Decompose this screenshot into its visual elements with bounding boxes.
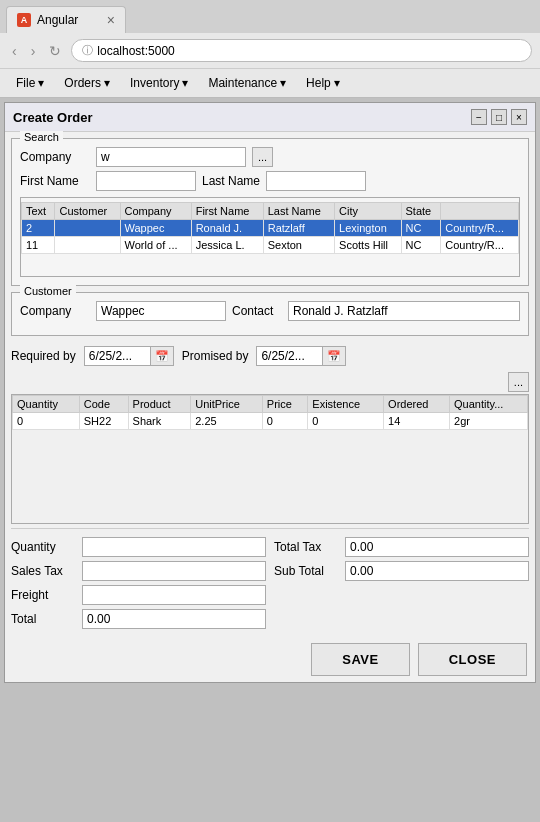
- customer-company-input[interactable]: [96, 301, 226, 321]
- customer-company-label: Company: [20, 304, 90, 318]
- col-product: Product: [128, 396, 191, 413]
- col-firstname: First Name: [191, 203, 263, 220]
- required-by-calendar-button[interactable]: 📅: [150, 347, 173, 365]
- total-tax-label: Total Tax: [274, 540, 339, 554]
- cell-extra: Country/R...: [441, 220, 519, 237]
- close-button[interactable]: CLOSE: [418, 643, 527, 676]
- minimize-button[interactable]: −: [471, 109, 487, 125]
- browser-tab[interactable]: A Angular ×: [6, 6, 126, 33]
- menu-bar: File ▾ Orders ▾ Inventory ▾ Maintenance …: [0, 68, 540, 97]
- cell-company: Wappec: [120, 220, 191, 237]
- address-input-container[interactable]: ⓘ localhost:5000: [71, 39, 532, 62]
- item-quantity-extra: 2gr: [450, 413, 528, 430]
- customer-section-label: Customer: [20, 285, 76, 297]
- order-items-container[interactable]: Quantity Code Product UnitPrice Price Ex…: [11, 394, 529, 524]
- total-tax-input[interactable]: [345, 537, 529, 557]
- promised-by-date[interactable]: 📅: [256, 346, 346, 366]
- menu-help[interactable]: Help ▾: [298, 73, 348, 93]
- customer-row: Company Contact: [20, 301, 520, 321]
- sales-tax-row: Sales Tax: [11, 561, 266, 581]
- company-row: Company ...: [20, 147, 520, 167]
- col-ordered: Ordered: [384, 396, 450, 413]
- totals-right: Total Tax Sub Total: [274, 537, 529, 633]
- search-results-container[interactable]: Text Customer Company First Name Last Na…: [20, 197, 520, 277]
- cell-state: NC: [401, 237, 441, 254]
- dialog-footer: SAVE CLOSE: [5, 637, 535, 682]
- dates-row: Required by 📅 Promised by 📅: [5, 342, 535, 370]
- total-label: Total: [11, 612, 76, 626]
- col-code: Code: [79, 396, 128, 413]
- forward-button[interactable]: ›: [27, 41, 40, 61]
- menu-inventory[interactable]: Inventory ▾: [122, 73, 196, 93]
- dialog-controls: − □ ×: [471, 109, 527, 125]
- totals-section: Quantity Sales Tax Freight Total Total T…: [5, 533, 535, 637]
- quantity-input[interactable]: [82, 537, 266, 557]
- company-label: Company: [20, 150, 90, 164]
- tab-label: Angular: [37, 13, 78, 27]
- item-quantity: 0: [13, 413, 80, 430]
- close-dialog-button[interactable]: ×: [511, 109, 527, 125]
- col-customer: Customer: [55, 203, 120, 220]
- sub-total-input[interactable]: [345, 561, 529, 581]
- item-product: Shark: [128, 413, 191, 430]
- sales-tax-input[interactable]: [82, 561, 266, 581]
- customer-section: Customer Company Contact: [11, 292, 529, 336]
- col-unitprice: UnitPrice: [191, 396, 263, 413]
- freight-row: Freight: [11, 585, 266, 605]
- col-city: City: [335, 203, 401, 220]
- address-text: localhost:5000: [97, 44, 174, 58]
- company-search-button[interactable]: ...: [252, 147, 273, 167]
- item-ordered: 14: [384, 413, 450, 430]
- item-existence: 0: [308, 413, 384, 430]
- search-section-label: Search: [20, 131, 63, 143]
- cell-firstname: Jessica L.: [191, 237, 263, 254]
- table-row[interactable]: 11 World of ... Jessica L. Sexton Scotts…: [22, 237, 519, 254]
- total-row: Total: [11, 609, 266, 629]
- tab-bar: A Angular ×: [0, 0, 540, 33]
- col-state: State: [401, 203, 441, 220]
- quantity-row: Quantity: [11, 537, 266, 557]
- required-by-input[interactable]: [85, 347, 150, 365]
- tab-close-button[interactable]: ×: [107, 12, 115, 28]
- required-by-date[interactable]: 📅: [84, 346, 174, 366]
- total-input[interactable]: [82, 609, 266, 629]
- item-unitprice: 2.25: [191, 413, 263, 430]
- menu-orders[interactable]: Orders ▾: [56, 73, 118, 93]
- reload-button[interactable]: ↻: [45, 41, 65, 61]
- contact-label: Contact: [232, 304, 282, 318]
- total-tax-row: Total Tax: [274, 537, 529, 557]
- first-name-input[interactable]: [96, 171, 196, 191]
- promised-by-calendar-button[interactable]: 📅: [322, 347, 345, 365]
- cell-state: NC: [401, 220, 441, 237]
- item-code: SH22: [79, 413, 128, 430]
- menu-file[interactable]: File ▾: [8, 73, 52, 93]
- add-item-button[interactable]: ...: [508, 372, 529, 392]
- table-row[interactable]: 2 Wappec Ronald J. Ratzlaff Lexington NC…: [22, 220, 519, 237]
- required-by-label: Required by: [11, 349, 76, 363]
- freight-input[interactable]: [82, 585, 266, 605]
- name-row: First Name Last Name: [20, 171, 520, 191]
- company-input[interactable]: [96, 147, 246, 167]
- promised-by-input[interactable]: [257, 347, 322, 365]
- maximize-button[interactable]: □: [491, 109, 507, 125]
- search-results-table: Text Customer Company First Name Last Na…: [21, 202, 519, 254]
- last-name-input[interactable]: [266, 171, 366, 191]
- order-items-table: Quantity Code Product UnitPrice Price Ex…: [12, 395, 528, 430]
- col-existence: Existence: [308, 396, 384, 413]
- cell-firstname: Ronald J.: [191, 220, 263, 237]
- menu-maintenance[interactable]: Maintenance ▾: [200, 73, 294, 93]
- search-section: Search Company ... First Name Last Name …: [11, 138, 529, 286]
- contact-input[interactable]: [288, 301, 520, 321]
- quantity-label: Quantity: [11, 540, 76, 554]
- dialog-title: Create Order: [13, 110, 92, 125]
- cell-customer: [55, 220, 120, 237]
- sub-total-label: Sub Total: [274, 564, 339, 578]
- promised-by-label: Promised by: [182, 349, 249, 363]
- tab-favicon: A: [17, 13, 31, 27]
- create-order-dialog: Create Order − □ × Search Company ... Fi…: [4, 102, 536, 683]
- sub-total-row: Sub Total: [274, 561, 529, 581]
- save-button[interactable]: SAVE: [311, 643, 409, 676]
- order-item-row[interactable]: 0 SH22 Shark 2.25 0 0 14 2gr: [13, 413, 528, 430]
- cell-city: Lexington: [335, 220, 401, 237]
- back-button[interactable]: ‹: [8, 41, 21, 61]
